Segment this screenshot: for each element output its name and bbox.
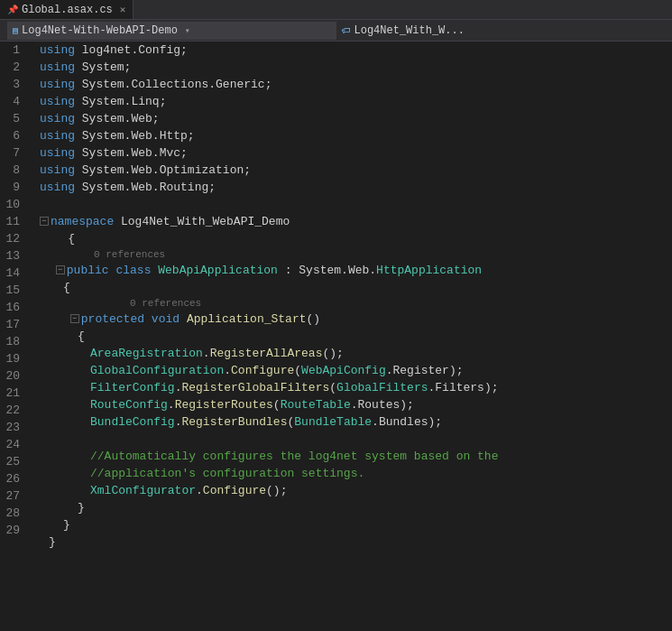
kw-using-2: using	[40, 59, 75, 76]
code-line-22	[36, 431, 672, 448]
ref-hint-method: 0 references	[36, 296, 672, 311]
breadcrumb-file-name: Log4Net_With_W...	[354, 24, 465, 37]
code-line-17: AreaRegistration.RegisterAllAreas();	[36, 345, 672, 362]
code-line-25: XmlConfigurator.Configure();	[36, 482, 672, 499]
breadcrumb-bar: ▤ Log4Net-With-WebAPI-Demo ▾ 🏷 Log4Net_W…	[0, 20, 672, 42]
line-num-27: 27	[0, 487, 25, 505]
line-num-15: 15	[0, 282, 25, 299]
code-line-9: using System.Web.Routing;	[36, 179, 672, 196]
code-line-8: using System.Web.Optimization;	[36, 162, 672, 179]
code-line-11: − namespace Log4Net_With_WebAPI_Demo	[36, 213, 672, 230]
line-num-28: 28	[0, 505, 25, 522]
line-num-22: 22	[0, 402, 25, 419]
code-content: using log4net.Config; using System; usin…	[32, 42, 672, 631]
kw-using-7: using	[40, 144, 75, 162]
kw-void: void	[152, 311, 180, 328]
line-num-29: 29	[0, 522, 25, 539]
kw-namespace: namespace	[51, 213, 114, 230]
line-num-1: 1	[0, 42, 25, 59]
code-line-14: {	[36, 279, 672, 296]
line-num-17: 17	[0, 316, 25, 333]
tab-close-button[interactable]: ✕	[120, 4, 126, 15]
line-num-3: 3	[0, 76, 25, 93]
tab-pin-icon: 📌	[7, 5, 18, 15]
line-num-8: 8	[0, 162, 25, 179]
line-num-18: 18	[0, 333, 25, 350]
kw-using-6: using	[40, 127, 75, 144]
code-line-27: }	[36, 516, 672, 534]
breadcrumb-project[interactable]: ▤ Log4Net-With-WebAPI-Demo ▾	[7, 22, 336, 40]
code-line-3: using System.Collections.Generic;	[36, 76, 672, 93]
editor-area: 1 2 3 4 5 6 7 8 9 10 11 12 13 14 15 16 1…	[0, 42, 672, 631]
code-line-7: using System.Web.Mvc;	[36, 144, 672, 162]
code-line-18: GlobalConfiguration.Configure(WebApiConf…	[36, 362, 672, 379]
line-num-9: 9	[0, 179, 25, 196]
collapse-namespace[interactable]: −	[40, 217, 49, 226]
line-num-24: 24	[0, 436, 25, 453]
line-num-2: 2	[0, 59, 25, 76]
kw-using-1: using	[40, 42, 75, 59]
method-name: Application_Start	[187, 311, 307, 328]
file-tag-icon: 🏷	[342, 25, 351, 36]
kw-public: public	[67, 262, 109, 279]
title-bar: 📌 Global.asax.cs ✕	[0, 0, 672, 20]
ref-hint-method-text: 0 references	[130, 295, 201, 312]
code-line-24: //application's configuration settings.	[36, 465, 672, 482]
kw-protected: protected	[81, 311, 144, 328]
kw-using-8: using	[40, 162, 75, 179]
comment-23: //Automatically configures the log4net s…	[90, 448, 498, 465]
line-num-10: 10	[0, 196, 25, 213]
comment-24: //application's configuration settings.	[90, 465, 364, 482]
kw-class: class	[115, 262, 151, 279]
kw-using-9: using	[40, 179, 75, 196]
collapse-class[interactable]: −	[56, 265, 65, 274]
line-num-21: 21	[0, 385, 25, 402]
code-line-2: using System;	[36, 59, 672, 76]
tab-global-asax[interactable]: 📌 Global.asax.cs ✕	[0, 0, 133, 19]
line-num-11: 11	[0, 213, 25, 230]
code-line-15: − protected void Application_Start ()	[36, 311, 672, 328]
code-line-26: }	[36, 499, 672, 516]
line-num-7: 7	[0, 144, 25, 162]
code-line-5: using System.Web;	[36, 110, 672, 127]
line-num-4: 4	[0, 93, 25, 110]
ref-hint-class: 0 references	[36, 247, 672, 262]
project-icon: ▤	[13, 25, 18, 36]
kw-using-5: using	[40, 110, 75, 127]
code-line-28: }	[36, 534, 672, 551]
line-numbers: 1 2 3 4 5 6 7 8 9 10 11 12 13 14 15 16 1…	[0, 42, 32, 631]
code-line-20: RouteConfig.RegisterRoutes(RouteTable.Ro…	[36, 396, 672, 413]
line-num-26: 26	[0, 470, 25, 487]
code-line-6: using System.Web.Http;	[36, 127, 672, 144]
line-num-19: 19	[0, 350, 25, 367]
code-line-21: BundleConfig.RegisterBundles(BundleTable…	[36, 413, 672, 431]
collapse-method[interactable]: −	[70, 314, 79, 323]
code-line-19: FilterConfig.RegisterGlobalFilters(Globa…	[36, 379, 672, 396]
code-line-16: {	[36, 328, 672, 345]
tab-label: Global.asax.cs	[22, 4, 113, 16]
line-num-25: 25	[0, 453, 25, 470]
kw-using-4: using	[40, 93, 75, 110]
code-line-23: //Automatically configures the log4net s…	[36, 448, 672, 465]
line-num-20: 20	[0, 367, 25, 385]
class-name: WebApiApplication	[158, 262, 278, 279]
breadcrumb-dropdown-icon[interactable]: ▾	[185, 25, 190, 36]
breadcrumb-project-name: Log4Net-With-WebAPI-Demo	[22, 24, 178, 37]
base-class: HttpApplication	[376, 262, 482, 279]
line-num-5: 5	[0, 110, 25, 127]
line-num-13: 13	[0, 247, 25, 264]
kw-using-3: using	[40, 76, 75, 93]
code-line-12: {	[36, 230, 672, 247]
code-line-29	[36, 551, 672, 568]
line-num-14: 14	[0, 264, 25, 282]
line-num-23: 23	[0, 419, 25, 436]
line-num-12: 12	[0, 230, 25, 247]
code-line-10	[36, 196, 672, 213]
code-line-1: using log4net.Config;	[36, 42, 672, 59]
code-line-4: using System.Linq;	[36, 93, 672, 110]
line-num-16: 16	[0, 299, 25, 316]
line-num-6: 6	[0, 127, 25, 144]
code-line-13: − public class WebApiApplication : Syste…	[36, 262, 672, 279]
ref-hint-class-text: 0 references	[94, 246, 165, 264]
breadcrumb-file[interactable]: 🏷 Log4Net_With_W...	[336, 24, 666, 37]
